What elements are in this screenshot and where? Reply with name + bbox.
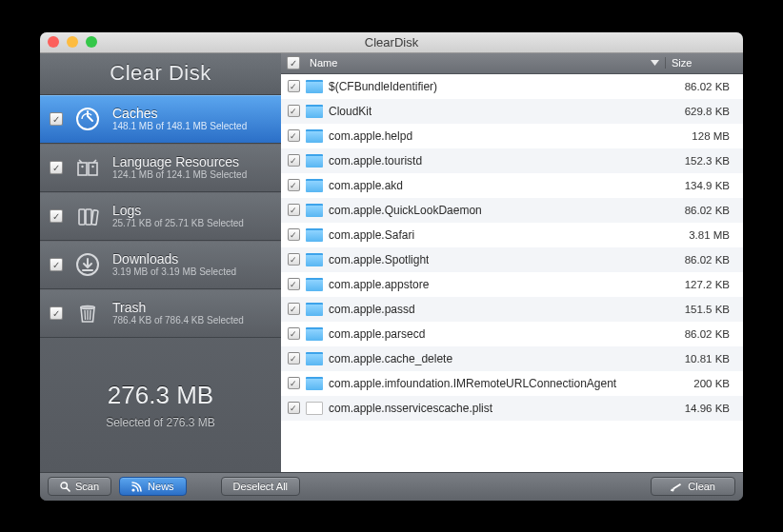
table-row[interactable]: ✓com.apple.Spotlight86.02 KB — [281, 247, 743, 272]
category-checkbox[interactable]: ✓ — [50, 306, 63, 320]
category-name: Caches — [112, 106, 247, 121]
folder-icon — [306, 303, 323, 316]
summary-subtext: Selected of 276.3 MB — [106, 416, 215, 429]
row-size: 86.02 KB — [665, 81, 743, 92]
sidebar-item-caches[interactable]: ✓Caches148.1 MB of 148.1 MB Selected — [40, 95, 281, 144]
row-checkbox[interactable]: ✓ — [288, 303, 300, 315]
row-name: $(CFBundleIdentifier) — [329, 80, 437, 93]
row-name: com.apple.appstore — [329, 278, 429, 291]
category-checkbox[interactable]: ✓ — [50, 161, 63, 174]
app-brand: Clear Disk — [40, 53, 281, 95]
row-name: com.apple.Safari — [329, 228, 414, 242]
svg-line-15 — [67, 487, 70, 490]
row-checkbox[interactable]: ✓ — [288, 80, 300, 92]
titlebar[interactable]: ClearDisk — [40, 32, 743, 53]
sidebar-item-trash[interactable]: ✓Trash786.4 KB of 786.4 KB Selected — [40, 289, 281, 338]
table-row[interactable]: ✓com.apple.nsservicescache.plist14.96 KB — [281, 396, 743, 421]
row-name: com.apple.Spotlight — [329, 253, 429, 266]
row-checkbox[interactable]: ✓ — [288, 129, 300, 142]
category-subtext: 148.1 MB of 148.1 MB Selected — [112, 121, 247, 132]
row-size: 128 MB — [665, 130, 743, 142]
row-checkbox[interactable]: ✓ — [288, 352, 300, 365]
clean-button[interactable]: Clean — [651, 477, 735, 496]
app-window: ClearDisk Clear Disk ✓Caches148.1 MB of … — [40, 32, 743, 501]
sidebar-item-language-resources[interactable]: ✓Language Resources124.1 MB of 124.1 MB … — [40, 144, 281, 192]
svg-point-3 — [81, 166, 83, 167]
svg-rect-2 — [89, 163, 97, 175]
category-checkbox[interactable]: ✓ — [50, 112, 63, 126]
minimize-icon[interactable] — [67, 36, 78, 48]
row-name: com.apple.parsecd — [329, 327, 425, 341]
table-row[interactable]: ✓com.apple.appstore127.2 KB — [281, 272, 743, 297]
search-icon — [60, 482, 70, 492]
category-icon — [72, 104, 103, 134]
close-icon[interactable] — [48, 36, 59, 48]
row-name: com.apple.imfoundation.IMRemoteURLConnec… — [329, 377, 616, 390]
sidebar-item-downloads[interactable]: ✓Downloads3.19 MB of 3.19 MB Selected — [40, 241, 281, 289]
footer-toolbar: Scan News Deselect All Clean — [40, 472, 743, 501]
col-size[interactable]: Size — [665, 57, 743, 69]
row-checkbox[interactable]: ✓ — [288, 154, 300, 167]
col-checkbox[interactable]: ✓ — [281, 56, 306, 69]
category-name: Downloads — [112, 251, 236, 266]
table-row[interactable]: ✓com.apple.imfoundation.IMRemoteURLConne… — [281, 371, 743, 396]
row-checkbox[interactable]: ✓ — [288, 228, 300, 241]
table-row[interactable]: ✓CloudKit629.8 KB — [281, 99, 743, 124]
table-row[interactable]: ✓com.apple.QuickLookDaemon86.02 KB — [281, 198, 743, 223]
deselect-all-button[interactable]: Deselect All — [221, 477, 300, 496]
category-subtext: 786.4 KB of 786.4 KB Selected — [112, 315, 244, 326]
folder-icon — [306, 129, 323, 143]
folder-icon — [306, 179, 323, 192]
scan-button[interactable]: Scan — [48, 477, 111, 496]
folder-icon — [306, 253, 323, 266]
category-name: Language Resources — [112, 154, 247, 169]
row-checkbox[interactable]: ✓ — [288, 253, 300, 266]
table-row[interactable]: ✓com.apple.Safari3.81 MB — [281, 223, 743, 247]
selection-summary: 276.3 MB Selected of 276.3 MB — [40, 338, 281, 472]
table-row[interactable]: ✓com.apple.akd134.9 KB — [281, 173, 743, 198]
row-checkbox[interactable]: ✓ — [288, 105, 300, 117]
category-checkbox[interactable]: ✓ — [50, 258, 63, 271]
folder-icon — [306, 352, 323, 365]
category-subtext: 124.1 MB of 124.1 MB Selected — [112, 169, 247, 181]
table-row[interactable]: ✓com.apple.touristd152.3 KB — [281, 148, 743, 173]
category-name: Trash — [112, 300, 244, 315]
folder-icon — [306, 105, 323, 118]
table-row[interactable]: ✓com.apple.parsecd86.02 KB — [281, 322, 743, 346]
zoom-icon[interactable] — [86, 36, 97, 48]
category-subtext: 25.71 KB of 25.71 KB Selected — [112, 218, 244, 229]
row-checkbox[interactable]: ✓ — [288, 179, 300, 191]
folder-icon — [306, 154, 323, 167]
summary-total: 276.3 MB — [108, 381, 213, 410]
folder-icon — [306, 204, 323, 217]
folder-icon — [306, 278, 323, 291]
table-row[interactable]: ✓com.apple.cache_delete10.81 KB — [281, 346, 743, 371]
row-checkbox[interactable]: ✓ — [288, 377, 300, 389]
row-name: com.apple.passd — [329, 303, 415, 316]
row-size: 629.8 KB — [665, 106, 743, 117]
svg-rect-6 — [86, 209, 91, 225]
table-row[interactable]: ✓com.apple.helpd128 MB — [281, 124, 743, 148]
row-size: 127.2 KB — [665, 279, 743, 290]
sidebar: Clear Disk ✓Caches148.1 MB of 148.1 MB S… — [40, 53, 281, 472]
table-row[interactable]: ✓com.apple.passd151.5 KB — [281, 297, 743, 322]
svg-point-16 — [131, 488, 134, 491]
row-checkbox[interactable]: ✓ — [288, 327, 300, 340]
svg-line-12 — [90, 310, 91, 320]
news-button[interactable]: News — [119, 477, 187, 496]
svg-point-4 — [91, 166, 93, 167]
row-size: 86.02 KB — [665, 328, 743, 340]
row-checkbox[interactable]: ✓ — [288, 204, 300, 216]
select-all-checkbox[interactable]: ✓ — [287, 56, 300, 69]
sidebar-item-logs[interactable]: ✓Logs25.71 KB of 25.71 KB Selected — [40, 192, 281, 241]
row-checkbox[interactable]: ✓ — [288, 402, 300, 414]
table-row[interactable]: ✓$(CFBundleIdentifier)86.02 KB — [281, 74, 743, 99]
col-name[interactable]: Name — [306, 57, 665, 69]
row-checkbox[interactable]: ✓ — [288, 278, 300, 290]
rss-icon — [131, 482, 143, 492]
category-checkbox[interactable]: ✓ — [50, 209, 63, 223]
clean-icon — [671, 482, 683, 492]
row-size: 151.5 KB — [665, 304, 743, 315]
category-list: ✓Caches148.1 MB of 148.1 MB Selected✓Lan… — [40, 95, 281, 338]
window-body: Clear Disk ✓Caches148.1 MB of 148.1 MB S… — [40, 53, 743, 472]
